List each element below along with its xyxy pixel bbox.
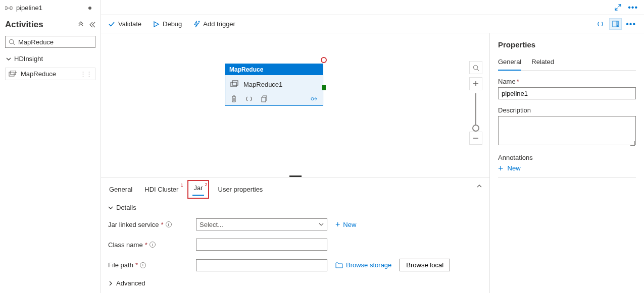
properties-heading: Properties (498, 40, 636, 49)
annotations-label: Annotations (498, 154, 636, 161)
zoom-thumb[interactable] (472, 125, 479, 132)
collapse-panel-icon[interactable] (88, 21, 95, 28)
advanced-toggle[interactable]: Advanced (108, 279, 482, 287)
more-actions-icon[interactable]: ••• (625, 20, 637, 29)
node-type: MapReduce (225, 64, 323, 75)
search-input[interactable]: MapReduce (5, 36, 95, 48)
browse-storage-button[interactable]: Browse storage (335, 261, 391, 269)
svg-rect-9 (262, 97, 266, 102)
svg-rect-4 (11, 71, 16, 75)
pipeline-icon (5, 5, 13, 12)
properties-tab-general[interactable]: General (498, 56, 521, 71)
expand-icon[interactable] (614, 4, 622, 11)
svg-point-2 (9, 39, 13, 43)
chevron-down-icon (6, 56, 11, 62)
chevron-down-icon (319, 222, 324, 227)
svg-point-10 (311, 97, 314, 100)
tab-jar[interactable]: Jar (192, 182, 204, 196)
zoom-out-button[interactable] (469, 132, 482, 145)
play-icon (153, 21, 160, 28)
pipeline-canvas[interactable]: MapReduce MapReduce1 (101, 33, 489, 175)
properties-tab-related[interactable]: Related (531, 56, 554, 70)
mapreduce-icon (230, 80, 239, 88)
group-hdinsight[interactable]: HDInsight (0, 52, 101, 66)
validation-error-icon (321, 57, 327, 63)
validate-button[interactable]: Validate (108, 20, 141, 28)
mapreduce-icon (9, 71, 17, 78)
code-icon[interactable] (245, 95, 253, 102)
class-name-input[interactable] (196, 239, 327, 251)
class-name-label: Class name*i (108, 241, 196, 249)
info-icon: i (150, 242, 156, 248)
name-input[interactable] (498, 87, 636, 99)
svg-rect-8 (232, 81, 238, 85)
chevron-right-icon (108, 281, 113, 286)
copy-icon[interactable] (261, 95, 268, 102)
activity-node-mapreduce[interactable]: MapReduce MapReduce1 (225, 64, 323, 106)
info-icon: i (140, 262, 146, 268)
info-icon: i (166, 221, 172, 227)
more-icon[interactable]: ••• (628, 3, 638, 12)
description-label: Description (498, 106, 636, 114)
collapse-all-icon[interactable] (77, 21, 84, 28)
tab-hdi-cluster[interactable]: HDI Cluster (143, 183, 179, 196)
search-value: MapReduce (18, 38, 54, 46)
collapse-config-icon[interactable] (476, 183, 482, 189)
jar-linked-service-label: Jar linked service*i (108, 221, 196, 228)
tab-general[interactable]: General (108, 183, 133, 196)
activities-heading: Activities (5, 20, 77, 30)
properties-toggle-button[interactable] (609, 18, 622, 30)
chevron-down-icon (108, 205, 113, 210)
pipeline-tab[interactable]: pipeline1 (0, 0, 101, 16)
trigger-icon (193, 21, 200, 28)
description-input[interactable] (498, 116, 636, 145)
browse-local-button[interactable]: Browse local (400, 259, 450, 271)
zoom-slider[interactable] (475, 93, 476, 129)
details-toggle[interactable]: Details (108, 204, 482, 211)
canvas-search-button[interactable] (469, 61, 482, 74)
file-path-label: File path*i (108, 261, 196, 269)
search-icon (9, 39, 15, 45)
folder-icon (335, 262, 343, 268)
new-linked-service-button[interactable]: +New (335, 221, 356, 228)
add-trigger-button[interactable]: Add trigger (193, 20, 235, 28)
tab-user-properties[interactable]: User properties (217, 183, 264, 196)
code-view-button[interactable] (595, 18, 606, 30)
svg-point-11 (473, 65, 477, 69)
check-icon (108, 21, 115, 28)
jar-linked-service-select[interactable]: Select... (196, 218, 327, 230)
svg-rect-7 (231, 82, 236, 87)
pipeline-name: pipeline1 (16, 4, 88, 12)
svg-rect-1 (10, 7, 12, 10)
svg-rect-3 (9, 72, 14, 76)
delete-icon[interactable] (230, 95, 237, 102)
output-arrow-icon[interactable] (311, 95, 318, 102)
drag-grip-icon: ⋮⋮ (80, 70, 92, 78)
unsaved-indicator (88, 7, 91, 10)
node-name: MapReduce1 (243, 81, 282, 88)
add-annotation-button[interactable]: +New (498, 164, 636, 172)
zoom-in-button[interactable] (469, 77, 482, 90)
svg-rect-0 (5, 7, 7, 10)
output-port[interactable] (322, 85, 326, 90)
name-label: Name* (498, 78, 636, 85)
debug-button[interactable]: Debug (153, 20, 182, 28)
activity-item-mapreduce[interactable]: MapReduce ⋮⋮ (5, 68, 95, 80)
file-path-input[interactable] (196, 259, 327, 271)
